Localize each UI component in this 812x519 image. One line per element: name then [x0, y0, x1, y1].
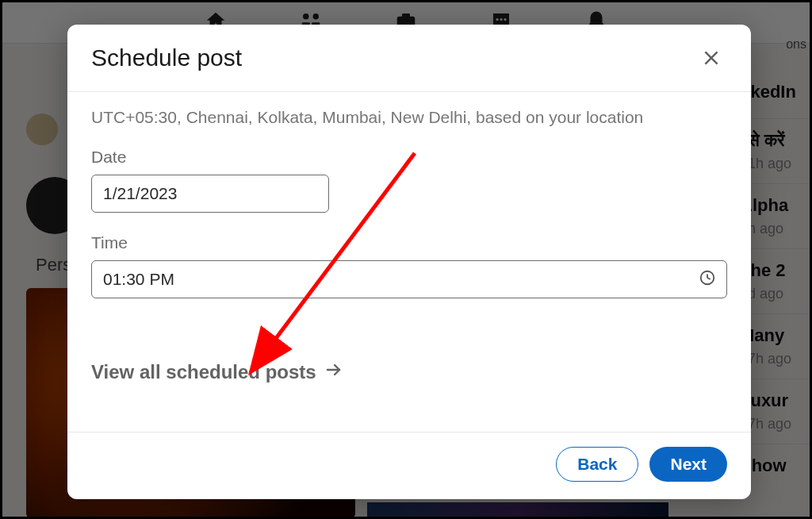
svg-line-13: [707, 278, 710, 279]
arrow-right-icon: [324, 360, 343, 384]
modal-footer: Back Next: [67, 432, 751, 499]
close-button[interactable]: [695, 42, 727, 74]
modal-body: UTC+05:30, Chennai, Kolkata, Mumbai, New…: [67, 92, 751, 432]
date-label: Date: [91, 148, 727, 167]
view-all-scheduled-link[interactable]: View all scheduled posts: [91, 360, 343, 384]
back-button[interactable]: Back: [556, 447, 638, 482]
time-label: Time: [91, 233, 727, 252]
view-all-scheduled-label: View all scheduled posts: [91, 361, 316, 383]
modal-title: Schedule post: [91, 44, 242, 71]
modal-header: Schedule post: [67, 25, 751, 92]
clock-icon: [699, 269, 716, 290]
next-button[interactable]: Next: [649, 447, 727, 482]
close-icon: [701, 48, 722, 68]
date-input[interactable]: [91, 175, 329, 213]
time-input[interactable]: [91, 260, 727, 298]
schedule-post-modal: Schedule post UTC+05:30, Chennai, Kolkat…: [67, 25, 751, 499]
timezone-text: UTC+05:30, Chennai, Kolkata, Mumbai, New…: [91, 108, 727, 127]
